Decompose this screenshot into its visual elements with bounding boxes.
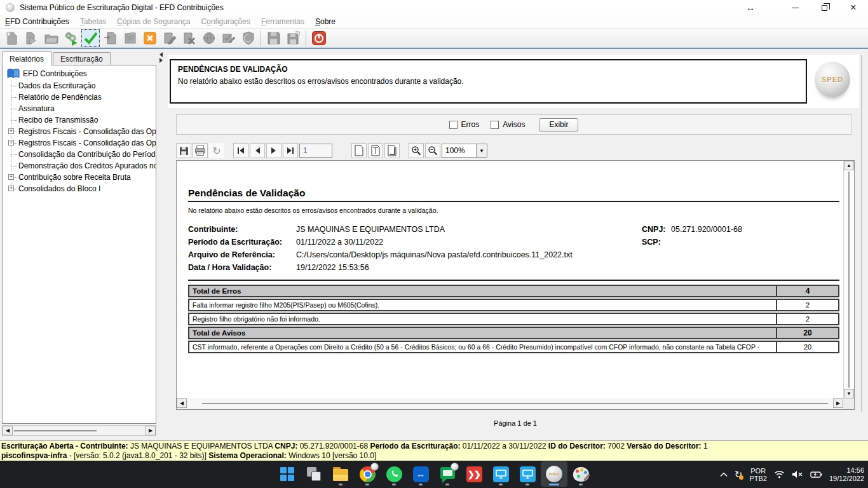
tree-item[interactable]: +Registros Fiscais - Consolidação das Op… — [3, 137, 156, 149]
page-number-field[interactable]: 1 — [299, 144, 332, 158]
avisos-checkbox[interactable] — [491, 121, 499, 129]
wifi-icon[interactable] — [774, 470, 785, 478]
restore-button[interactable] — [810, 0, 839, 15]
new-escrituracao-icon[interactable] — [3, 29, 21, 47]
scroll-left-icon[interactable]: ◀ — [177, 398, 187, 408]
tree-item[interactable]: +Consolidados do Bloco I — [3, 183, 156, 194]
transmit-globe-icon[interactable] — [200, 29, 218, 47]
menu-item[interactable]: Tabelas — [80, 17, 106, 26]
tree-item[interactable]: +Contribuição sobre Receita Bruta — [3, 172, 156, 183]
scroll-left-icon[interactable]: ◀ — [3, 426, 13, 435]
expand-icon[interactable]: + — [8, 140, 14, 146]
expand-icon[interactable]: + — [8, 174, 14, 180]
sidebar-horizontal-scrollbar[interactable]: ◀ ▶ — [2, 425, 156, 436]
open-folder-icon[interactable] — [42, 29, 60, 47]
tree-item[interactable]: Relatório de Pendências — [3, 92, 156, 103]
whatsapp-icon[interactable] — [381, 461, 407, 487]
scroll-right-icon[interactable]: ▶ — [833, 398, 843, 408]
panel-splitter[interactable] — [157, 51, 165, 440]
save-copy-icon[interactable] — [284, 29, 302, 47]
exit-power-icon[interactable] — [309, 29, 328, 47]
teamviewer-icon[interactable]: ↔ — [407, 461, 434, 487]
scrollbar-thumb[interactable] — [14, 430, 97, 431]
cancel-icon[interactable] — [140, 29, 159, 47]
expand-icon[interactable]: + — [8, 128, 14, 134]
verify-check-icon[interactable] — [219, 29, 238, 47]
report-horizontal-scrollbar[interactable]: ◀ ▶ — [177, 398, 843, 409]
task-view-icon[interactable] — [301, 461, 327, 487]
tree-item[interactable]: +Registros Fiscais - Consolidação das Op… — [3, 126, 156, 137]
report-refresh-icon[interactable]: ↻ — [209, 143, 224, 158]
validate-gears-icon[interactable] — [62, 29, 80, 47]
tree-root[interactable]: EFD Contribuições — [3, 67, 156, 80]
report-print-icon[interactable] — [193, 143, 208, 158]
scrollbar-thumb[interactable] — [848, 172, 850, 388]
tab-escrituracao[interactable]: Escrituração — [53, 52, 111, 65]
remote-desktop-icon[interactable] — [487, 461, 514, 487]
scroll-up-icon[interactable]: ▲ — [844, 161, 854, 170]
report-vertical-scrollbar[interactable]: ▲ ▼ — [843, 161, 854, 398]
close-button[interactable]: × — [839, 0, 868, 15]
previous-page-icon[interactable] — [250, 143, 265, 158]
menu-item[interactable]: Ferramentas — [261, 17, 304, 26]
language-indicator[interactable]: POR PTB2 — [749, 467, 767, 482]
validation-check-icon[interactable] — [81, 29, 100, 47]
scroll-right-icon[interactable]: ▶ — [146, 426, 156, 435]
chat-icon[interactable] — [434, 461, 461, 487]
import-file-icon[interactable] — [101, 29, 119, 47]
menu-item[interactable]: EFD Contribuições — [5, 17, 69, 26]
sync-tray-icon[interactable]: ↻ — [735, 469, 743, 480]
tab-relatorios[interactable]: Relatórios — [2, 51, 51, 65]
first-page-icon[interactable] — [233, 143, 248, 158]
battery-icon[interactable] — [810, 471, 822, 478]
zoom-out-icon[interactable] — [425, 143, 440, 158]
tree-item[interactable]: Consolidação da Contribuição do Período — [3, 149, 156, 160]
table-cell-count: 2 — [776, 300, 838, 310]
anydesk-icon[interactable]: ❯❯ — [461, 461, 487, 487]
delete-registry-icon[interactable] — [180, 29, 198, 47]
menu-item[interactable]: Configurações — [201, 17, 250, 26]
file-explorer-icon[interactable] — [327, 461, 354, 487]
open-escrituracao-icon[interactable] — [22, 29, 41, 47]
expand-icon[interactable]: + — [8, 186, 14, 191]
collapse-right-icon[interactable] — [159, 58, 163, 63]
next-page-icon[interactable] — [266, 143, 281, 158]
shield-icon[interactable] — [239, 29, 257, 47]
menu-item[interactable]: Cópias de Segurança — [117, 17, 190, 26]
clock[interactable]: 14:56 19/12/2022 — [829, 466, 864, 483]
menu-item[interactable]: Sobre — [315, 17, 336, 26]
save-icon[interactable] — [264, 29, 283, 47]
zoom-level-select[interactable]: 100% ▼ — [442, 144, 487, 158]
panel-title: PENDÊNCIAS DE VALIDAÇÃO — [178, 65, 799, 74]
sign-document-icon[interactable] — [121, 29, 139, 47]
tree-item[interactable]: Demonstração dos Créditos Apurados no Pe… — [3, 160, 156, 172]
edit-registry-icon[interactable] — [160, 29, 179, 47]
zoom-in-icon[interactable] — [409, 143, 424, 158]
avisos-checkbox-group[interactable]: Avisos — [491, 120, 525, 129]
volume-muted-icon[interactable] — [792, 470, 803, 478]
toolbar-separator — [306, 30, 306, 46]
report-save-icon[interactable] — [176, 143, 191, 158]
remote-desktop-2-icon[interactable] — [514, 461, 541, 487]
fit-page-icon[interactable] — [368, 143, 383, 158]
table-cell-count: 20 — [776, 328, 838, 338]
collapse-left-icon[interactable] — [159, 52, 163, 57]
last-page-icon[interactable] — [283, 143, 298, 158]
erros-checkbox[interactable] — [449, 121, 458, 129]
erros-checkbox-group[interactable]: Erros — [449, 120, 480, 129]
scroll-down-icon[interactable]: ▼ — [844, 389, 854, 398]
tray-expand-chevron-icon[interactable] — [720, 472, 728, 477]
paint-icon[interactable] — [567, 461, 594, 487]
actual-size-icon[interactable] — [351, 143, 367, 158]
sped-app-icon[interactable]: SPED — [541, 461, 567, 487]
exibir-button[interactable]: Exibir — [539, 118, 578, 132]
fit-width-icon[interactable] — [384, 143, 400, 158]
minimize-button[interactable] — [780, 0, 810, 15]
tree-item[interactable]: Recibo de Transmissão — [3, 114, 156, 126]
tree-item[interactable]: Assinatura — [3, 103, 156, 114]
chevron-down-icon[interactable]: ▼ — [476, 144, 487, 157]
scrollbar-thumb[interactable] — [202, 403, 828, 404]
start-icon[interactable] — [274, 461, 301, 487]
chrome-icon[interactable] — [354, 461, 381, 487]
tree-item[interactable]: Dados da Escrituração — [3, 80, 156, 92]
